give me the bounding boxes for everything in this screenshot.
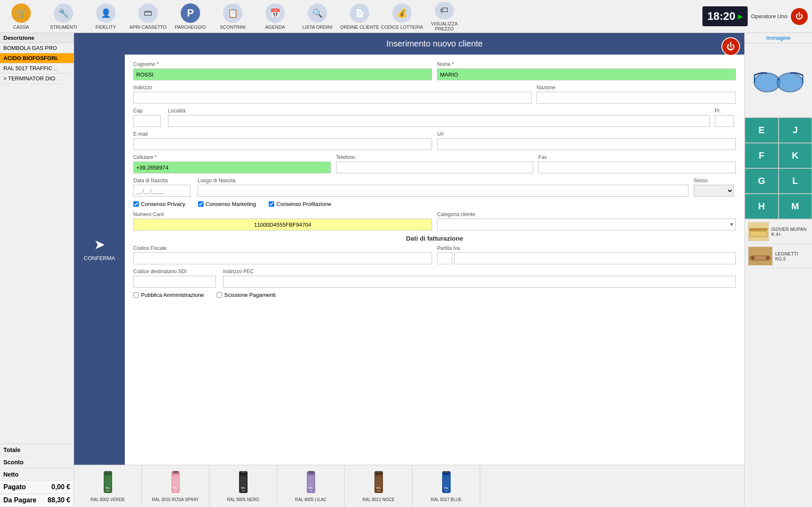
totals-area: Totale Sconto Netto Pagato 0,00 € Da Pag… [0, 444, 74, 507]
modal: ➤ CONFERMA Inserimento nuovo cliente ⏻ [74, 33, 744, 465]
cellulare-row: Cellulare * Telefono Fax [133, 154, 736, 173]
svg-point-45 [751, 256, 754, 260]
url-input[interactable] [437, 138, 736, 150]
confirm-button[interactable]: ➤ CONFERMA [74, 33, 125, 465]
apri-cassetto-button[interactable]: 🗃 APRI CASSETTO [127, 2, 169, 31]
alpha-K[interactable]: K [779, 143, 812, 168]
svg-rect-3 [105, 476, 111, 488]
product-img-ral3015: RAL 3015 [169, 470, 182, 496]
indirizzo-input[interactable] [133, 92, 531, 104]
clock-display: 18:20 ▶ [702, 6, 748, 26]
numero-card-label: Numero Card [133, 211, 432, 217]
svg-rect-15 [240, 476, 247, 488]
alpha-M[interactable]: M [779, 194, 812, 219]
codice-sdi-input[interactable] [133, 276, 216, 288]
email-group: E-mail [133, 131, 432, 150]
product-img-ral8011: RAL 8011 [372, 470, 385, 496]
codice-fiscale-row: Codice Fiscale Partita Iva [133, 245, 736, 264]
pr-input[interactable] [715, 115, 734, 127]
codice-sdi-group: Codice destinatario SDI [133, 269, 218, 288]
alpha-L[interactable]: L [779, 168, 812, 194]
svg-text:6002: 6002 [106, 490, 110, 492]
center-panel: Cognome Nome Email ➤ CONFERMA Inseri [74, 33, 744, 507]
thumb-label-legnetti: LEGNETTI KG.5 [775, 251, 809, 261]
thumb-isover[interactable]: ISOVER MUPAN K 4+ [745, 219, 812, 244]
alpha-H[interactable]: H [745, 194, 779, 219]
data-nascita-input[interactable] [133, 185, 190, 197]
consenso-profilazione-label: Consenso Profilazione [276, 201, 331, 207]
svg-rect-33 [443, 476, 450, 488]
codice-fiscale-input[interactable] [133, 252, 432, 264]
numero-card-input[interactable] [133, 219, 432, 230]
play-icon: ▶ [738, 13, 743, 20]
product-card-ral5017[interactable]: RAL 5017 RAL 5017 BLUE [413, 465, 480, 507]
power-button-modal[interactable]: ⏻ [721, 37, 740, 56]
alpha-F[interactable]: F [745, 143, 779, 168]
alpha-G[interactable]: G [745, 168, 779, 194]
consenso-privacy-checkbox[interactable] [133, 201, 139, 207]
svg-rect-26 [376, 471, 381, 473]
product-card-ral3015[interactable]: RAL 3015 RAL 3015 ROSA SPRAY [142, 465, 209, 507]
svg-rect-21 [308, 476, 314, 488]
partita-iva-input[interactable] [454, 252, 736, 264]
ordine-cliente-button[interactable]: 📄 ORDINE CLIENTE [339, 2, 381, 31]
numero-card-group: Numero Card [133, 211, 432, 230]
cellulare-input[interactable] [133, 162, 331, 173]
visualizza-prezzo-button[interactable]: 🏷 VISUALIZZA PREZZO [423, 2, 465, 31]
consenso-marketing-checkbox[interactable] [198, 201, 204, 207]
cap-input[interactable] [133, 115, 161, 127]
cognome-group: Cognome * [133, 61, 432, 80]
sesso-select[interactable] [694, 185, 734, 197]
cassa-button[interactable]: 🛒 CASSA [0, 2, 42, 31]
list-item[interactable]: > TERMINATOR DIO. [0, 74, 74, 84]
glasses-image [751, 63, 806, 97]
nome-input[interactable] [437, 69, 736, 80]
card-categoria-row: Numero Card Categoria cliente ▼ [133, 211, 736, 230]
svg-text:RAL: RAL [105, 487, 110, 489]
list-item[interactable]: RAL 5017 TRAFFIC .. [0, 63, 74, 74]
pubblica-amm-checkbox[interactable] [133, 292, 139, 298]
thumb-legnetti[interactable]: LEGNETTI KG.5 [745, 244, 812, 269]
email-input[interactable] [133, 138, 432, 150]
codice-lotteria-button[interactable]: 💰 CODICE LOTTERIA [381, 2, 423, 31]
data-nascita-group: Data di Nascita [133, 178, 193, 197]
scissione-checkbox[interactable] [217, 292, 222, 298]
parcheggio-button[interactable]: P PARCHEGGIO [169, 2, 212, 31]
data-nascita-label: Data di Nascita [133, 178, 193, 184]
product-card-ral9005[interactable]: RAL 9005 RAL 9005 NERO [209, 465, 277, 507]
partita-iva-row [437, 252, 736, 264]
agenda-button[interactable]: 📅 AGENDA [254, 2, 296, 31]
strumenti-button[interactable]: 🔧 STRUMENTI [42, 2, 85, 31]
power-button-top[interactable]: ⏻ [791, 8, 808, 25]
nazione-input[interactable] [537, 92, 736, 104]
luogo-nascita-input[interactable] [198, 185, 688, 197]
product-label-ral5017: RAL 5017 BLUE [431, 497, 462, 502]
list-item-selected[interactable]: ACIDO BIOFOSFORI. [0, 53, 74, 63]
indirizzo-nazione-row: Indirizzo Nazione [133, 85, 736, 104]
product-card-ral4005[interactable]: RAL 4005 RAL 4005 LILAC [277, 465, 345, 507]
list-item[interactable]: BOMBOLA GAS PRO [0, 43, 74, 53]
consenso-profilazione-checkbox[interactable] [269, 201, 274, 207]
url-label: Url [437, 131, 736, 137]
indirizzo-pec-input[interactable] [223, 276, 736, 288]
svg-text:RAL: RAL [241, 487, 245, 489]
cognome-input[interactable] [133, 69, 432, 80]
svg-point-37 [758, 76, 776, 89]
alpha-J[interactable]: J [779, 118, 812, 143]
product-card-ral6002[interactable]: RAL 6002 RAL 6002 VERDE [74, 465, 142, 507]
partita-iva-prefix-input[interactable] [437, 252, 452, 264]
lista-ordini-button[interactable]: 🔍 LISTA ORDINI [296, 2, 339, 31]
svg-point-39 [781, 76, 799, 89]
telefono-input[interactable] [336, 162, 534, 173]
codice-sdi-label: Codice destinatario SDI [133, 269, 218, 274]
fidelity-button[interactable]: 👤 FIDELITY [85, 2, 127, 31]
fax-input[interactable] [538, 162, 736, 173]
localita-input[interactable] [168, 115, 710, 127]
categoria-cliente-input[interactable] [437, 219, 736, 230]
clock-area: 18:20 ▶ Operatore Uno ⏻ [702, 6, 812, 26]
alpha-E[interactable]: E [745, 118, 779, 143]
svg-rect-2 [105, 471, 110, 473]
product-card-ral8011[interactable]: RAL 8011 RAL 8011 NOCE [345, 465, 413, 507]
pr-label: Pr. [715, 108, 736, 114]
scontrini-button[interactable]: 📋 SCONTRINI [212, 2, 254, 31]
